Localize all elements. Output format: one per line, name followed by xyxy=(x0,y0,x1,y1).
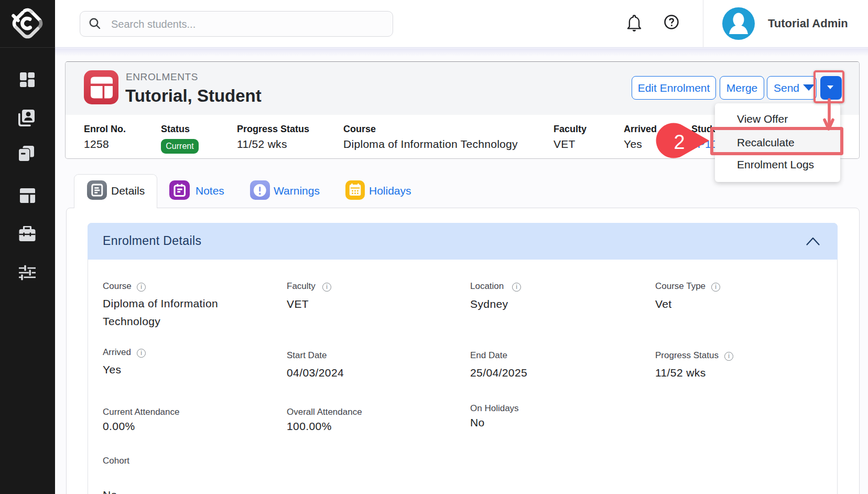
svg-text:2: 2 xyxy=(674,131,685,153)
